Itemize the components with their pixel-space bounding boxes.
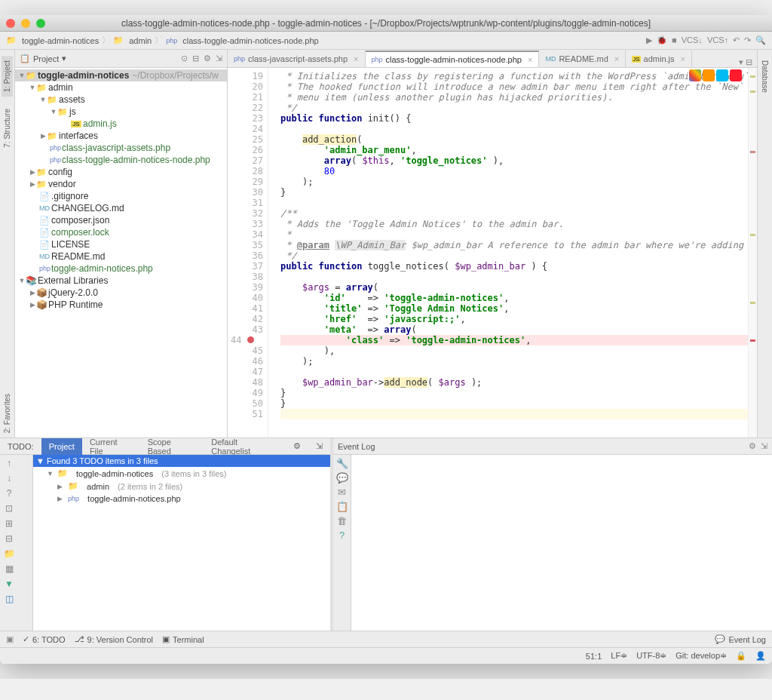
breadcrumb-item[interactable]: toggle-admin-notices <box>6 35 99 45</box>
tree-root[interactable]: ▼toggle-admin-notices~/Dropbox/Projects/… <box>15 69 227 81</box>
safari-icon[interactable] <box>716 69 728 81</box>
gutter[interactable]: 1920212223242526272829303132333435363738… <box>228 68 268 438</box>
tree-folder[interactable]: ▶vendor <box>15 178 227 190</box>
mark-read-icon[interactable]: ✉ <box>335 487 349 498</box>
editor-tab[interactable]: phpclass-javascript-assets.php× <box>228 51 366 67</box>
tree-file[interactable]: phpclass-javascript-assets.php <box>15 142 227 154</box>
git-branch[interactable]: Git: develop≑ <box>676 651 727 661</box>
zoom-icon[interactable] <box>36 19 45 28</box>
autoscroll-icon[interactable]: ⊡ <box>3 503 15 515</box>
database-tool-tab[interactable]: Database <box>759 56 770 97</box>
flatten-icon[interactable]: ▦ <box>3 563 15 576</box>
tree-folder[interactable]: ▼admin <box>15 81 227 94</box>
tree-file[interactable]: .gitignore <box>15 190 227 202</box>
tree-file[interactable]: MDREADME.md <box>15 250 227 262</box>
tree-folder[interactable]: ▼assets <box>15 94 227 106</box>
close-icon[interactable]: × <box>614 54 619 63</box>
debug-icon[interactable]: 🐞 <box>657 35 667 45</box>
close-icon[interactable]: × <box>681 54 685 63</box>
todo-tool-button[interactable]: ✓ 6: TODO <box>23 634 66 644</box>
file-encoding[interactable]: UTF-8≑ <box>636 651 666 661</box>
copy-icon[interactable]: 📋 <box>335 501 349 512</box>
todo-file[interactable]: ▶php toggle-admin-notices.php <box>33 493 330 505</box>
close-icon[interactable] <box>6 19 15 28</box>
todo-folder[interactable]: ▶ admin (2 items in 2 files) <box>33 480 330 493</box>
tree-folder[interactable]: ▶config <box>15 166 227 178</box>
cursor-position[interactable]: 51:1 <box>586 652 602 661</box>
firefox-icon[interactable] <box>703 69 715 81</box>
todo-tab-scope[interactable]: Scope Based <box>140 438 204 455</box>
tool-windows-icon[interactable]: ▣ <box>6 634 14 644</box>
search-icon[interactable]: 🔍 <box>755 35 766 45</box>
preview-icon[interactable]: ◫ <box>3 594 15 606</box>
expand-icon[interactable]: ⊞ <box>3 518 15 530</box>
breadcrumb-item[interactable]: admin <box>113 35 152 45</box>
vcs-update-icon[interactable]: VCS↓ <box>682 35 703 45</box>
todo-label: TODO: <box>0 438 41 455</box>
tree-folder[interactable]: ▼js <box>15 106 227 118</box>
terminal-tool-button[interactable]: ▣ Terminal <box>162 634 204 644</box>
prev-icon[interactable]: ↑ <box>3 458 15 470</box>
favorites-tool-tab[interactable]: 2: Favorites <box>2 389 13 438</box>
hide-icon[interactable]: ⇲ <box>761 441 767 451</box>
close-icon[interactable]: × <box>528 55 532 64</box>
chrome-icon[interactable] <box>689 69 701 81</box>
help-icon[interactable]: ? <box>3 488 15 500</box>
collapse-icon[interactable]: ⊟ <box>3 533 15 545</box>
gear-icon[interactable]: ⚙ <box>204 54 211 63</box>
todo-tab-current[interactable]: Current File <box>82 438 140 455</box>
tree-lib[interactable]: ▶📦jQuery-2.0.0 <box>15 287 227 299</box>
code-content[interactable]: * Initializes the class by registering a… <box>268 68 748 438</box>
settings-icon[interactable]: 🔧 <box>335 458 349 469</box>
editor-tab[interactable]: phpclass-toggle-admin-notices-node.php× <box>366 51 540 67</box>
tree-file[interactable]: LICENSE <box>15 238 227 250</box>
lock-icon[interactable]: 🔒 <box>736 651 746 661</box>
tabs-dropdown-icon[interactable]: ▾ ⊟ <box>734 57 757 67</box>
line-separator[interactable]: LF≑ <box>611 651 627 661</box>
code-editor[interactable]: 1920212223242526272829303132333435363738… <box>228 68 757 438</box>
tree-file[interactable]: MDCHANGELOG.md <box>15 202 227 214</box>
hide-icon[interactable]: ⇲ <box>216 54 222 63</box>
event-log-button[interactable]: 💬 Event Log <box>715 634 766 644</box>
hide-icon[interactable]: ⇲ <box>308 438 330 455</box>
todo-summary[interactable]: ▼ Found 3 TODO items in 3 files <box>33 455 330 467</box>
opera-icon[interactable] <box>730 69 742 81</box>
clear-icon[interactable]: 🗑 <box>335 515 349 527</box>
scroll-from-source-icon[interactable]: ⊙ <box>181 54 188 63</box>
todo-folder[interactable]: ▼ toggle-admin-notices (3 items in 3 fil… <box>33 467 330 480</box>
gear-icon[interactable]: ⚙ <box>286 438 308 455</box>
collapse-all-icon[interactable]: ⊟ <box>192 54 199 63</box>
project-panel-title[interactable]: 📋 Project ▾ <box>20 54 66 63</box>
tree-folder[interactable]: ▶interfaces <box>15 130 227 142</box>
todo-tab-project[interactable]: Project <box>41 438 82 455</box>
close-icon[interactable]: × <box>354 54 358 63</box>
filter-icon[interactable]: ▼ <box>3 579 15 591</box>
tree-lib[interactable]: ▶📦PHP Runtime <box>15 299 227 311</box>
vcs-commit-icon[interactable]: VCS↑ <box>707 35 728 45</box>
breadcrumb-item[interactable]: php class-toggle-admin-notices-node.php <box>166 36 318 45</box>
next-icon[interactable]: ↓ <box>3 473 15 485</box>
tree-file[interactable]: phptoggle-admin-notices.php <box>15 262 227 275</box>
overview-ruler[interactable] <box>748 68 757 438</box>
editor-tab[interactable]: MDREADME.md× <box>539 51 626 67</box>
stop-icon[interactable]: ■ <box>672 35 677 45</box>
tree-file[interactable]: composer.json <box>15 214 227 226</box>
tree-file[interactable]: JSadmin.js <box>15 118 227 130</box>
vcs-tool-button[interactable]: ⎇ 9: Version Control <box>75 634 153 644</box>
tree-file[interactable]: phpclass-toggle-admin-notices-node.php <box>15 154 227 166</box>
help-icon[interactable]: ? <box>335 530 349 541</box>
tree-file[interactable]: composer.lock <box>15 226 227 238</box>
todo-tab-changelist[interactable]: Default Changelist <box>204 438 286 455</box>
run-icon[interactable]: ▶ <box>646 35 652 45</box>
minimize-icon[interactable] <box>21 19 30 28</box>
project-tool-tab[interactable]: 1: Project <box>2 56 13 97</box>
redo-icon[interactable]: ↷ <box>744 35 751 45</box>
gear-icon[interactable]: ⚙ <box>749 441 756 451</box>
structure-tool-tab[interactable]: 7: Structure <box>2 104 13 152</box>
hector-icon[interactable]: 👤 <box>755 651 766 661</box>
editor-tab[interactable]: JSadmin.js× <box>626 51 692 67</box>
undo-icon[interactable]: ↶ <box>733 35 740 45</box>
group-icon[interactable]: 📁 <box>3 548 15 560</box>
balloon-icon[interactable]: 💬 <box>335 472 349 484</box>
tree-libs[interactable]: ▼📚External Libraries <box>15 275 227 287</box>
